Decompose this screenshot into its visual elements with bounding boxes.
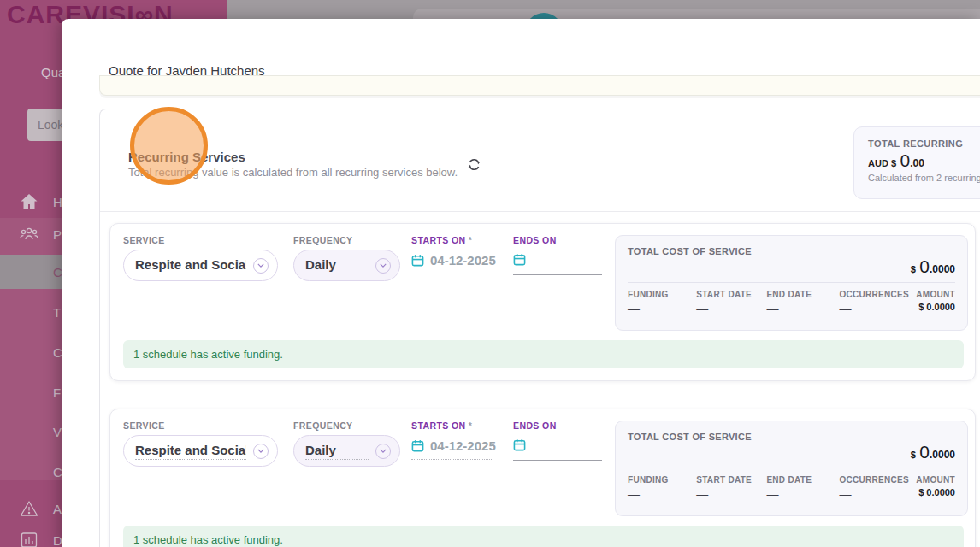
calendar-icon[interactable] [411,439,424,452]
total-cost-amount: $ 0.0000 [628,442,955,462]
ends-on-label: ENDS ON [513,421,602,431]
frequency-label: FREQUENCY [293,421,400,431]
total-recurring-note: Calculated from 2 recurring s [868,173,980,183]
funding-status-banner: 1 schedule has active funding. [123,526,964,547]
service-select[interactable]: Respite and Social [123,250,278,281]
calendar-icon[interactable] [411,254,424,267]
service-row-card: SERVICE Respite and Social FREQUENCY Dai… [109,223,976,381]
service-row-card: SERVICE Respite and Social FREQUENCY Dai… [109,409,976,547]
chevron-down-icon [375,258,391,274]
scrolled-card-edge [99,75,980,96]
total-cost-card: TOTAL COST OF SERVICE $ 0.0000 FUNDING— … [615,235,968,331]
starts-on-label: STARTS ON * [411,235,493,245]
frequency-label: FREQUENCY [293,235,400,245]
ends-on-label: ENDS ON [513,235,602,245]
click-highlight-annotation [130,107,208,185]
screen: CAREVISI∞N Qua H P C T C [0,0,980,547]
refresh-icon[interactable] [467,157,481,172]
service-label: SERVICE [123,235,278,245]
service-select[interactable]: Respite and Social [123,435,278,467]
starts-on-datepicker[interactable]: 04-12-2025 [411,253,493,274]
frequency-select[interactable]: Daily [293,250,400,281]
chevron-down-icon [375,444,391,459]
starts-on-datepicker[interactable]: 04-12-2025 [411,438,493,460]
funding-status-banner: 1 schedule has active funding. [123,340,964,368]
frequency-select[interactable]: Daily [293,435,400,467]
total-cost-card: TOTAL COST OF SERVICE $ 0.0000 FUNDING— … [615,421,968,516]
chevron-down-icon [253,444,269,459]
chevron-down-icon [253,258,269,274]
recurring-services-section: Recurring Services Total recurring value… [99,109,980,547]
ends-on-datepicker[interactable] [513,253,602,275]
section-header: Recurring Services Total recurring value… [100,109,980,212]
total-recurring-label: TOTAL RECURRING [868,138,980,149]
calendar-icon[interactable] [513,253,526,266]
ends-on-datepicker[interactable] [513,438,602,461]
calendar-icon[interactable] [513,438,526,451]
total-cost-amount: $ 0.0000 [628,256,955,277]
total-recurring-amount: AUD $ 0.00 [868,150,980,171]
starts-on-label: STARTS ON * [411,421,493,431]
total-recurring-card: TOTAL RECURRING AUD $ 0.00 Calculated fr… [853,126,980,199]
quote-modal: Quote for Jayden Hutchens Recurring Serv… [62,19,980,547]
service-label: SERVICE [123,421,278,431]
